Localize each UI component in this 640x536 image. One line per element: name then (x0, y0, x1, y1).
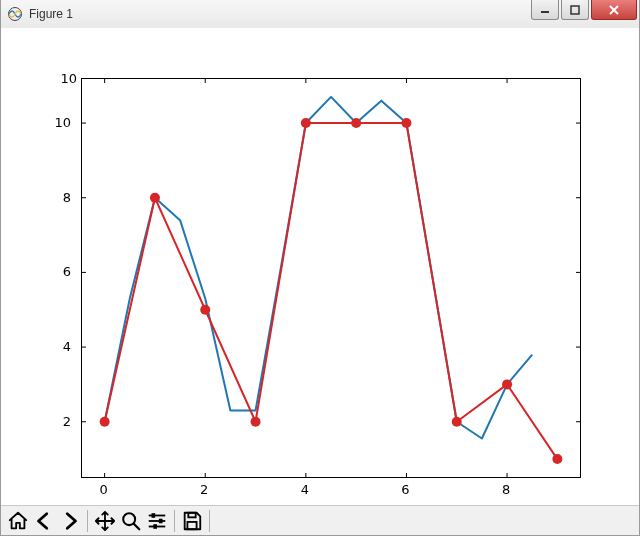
ytick-label: 6 (63, 264, 71, 279)
series-line (105, 123, 558, 459)
app-icon (7, 6, 23, 22)
series-marker (100, 417, 110, 427)
home-button[interactable] (5, 508, 31, 534)
axes (81, 78, 581, 478)
series-line (105, 97, 533, 439)
ytick-label: 8 (63, 189, 71, 204)
minimize-button[interactable] (531, 0, 559, 20)
series-marker (150, 193, 160, 203)
xtick-label: 2 (200, 482, 208, 497)
configure-button[interactable] (144, 508, 170, 534)
close-button[interactable] (591, 0, 637, 20)
xtick-label: 0 (99, 482, 107, 497)
save-button[interactable] (179, 508, 205, 534)
titlebar[interactable]: Figure 1 (1, 0, 639, 29)
arrow-left-icon (33, 510, 55, 532)
zoom-icon (120, 510, 142, 532)
svg-rect-34 (187, 521, 196, 528)
maximize-button[interactable] (561, 0, 589, 20)
window-title: Figure 1 (29, 7, 73, 21)
zoom-button[interactable] (118, 508, 144, 534)
svg-line-26 (134, 523, 140, 529)
move-icon (94, 510, 116, 532)
toolbar-separator (174, 510, 175, 532)
nav-toolbar (1, 505, 639, 535)
xtick-label: 6 (401, 482, 409, 497)
forward-button[interactable] (57, 508, 83, 534)
window-controls (531, 0, 639, 22)
svg-rect-2 (571, 6, 579, 14)
svg-rect-31 (159, 518, 163, 523)
svg-rect-30 (152, 513, 156, 518)
xtick-label: 8 (502, 482, 510, 497)
series-marker (401, 118, 411, 128)
ytick-label: 10 (54, 115, 71, 130)
series-marker (351, 118, 361, 128)
series-marker (502, 379, 512, 389)
series-marker (452, 417, 462, 427)
svg-rect-32 (153, 524, 157, 529)
ytick-label: 4 (63, 339, 71, 354)
series-marker (200, 305, 210, 315)
toolbar-separator (209, 510, 210, 532)
sliders-icon (146, 510, 168, 532)
save-icon (181, 510, 203, 532)
xtick-label: 4 (301, 482, 309, 497)
arrow-right-icon (59, 510, 81, 532)
ytick-label: 2 (63, 413, 71, 428)
back-button[interactable] (31, 508, 57, 534)
home-icon (7, 510, 29, 532)
toolbar-separator (87, 510, 88, 532)
series-marker (301, 118, 311, 128)
svg-rect-33 (188, 512, 195, 517)
pan-button[interactable] (92, 508, 118, 534)
series-marker (251, 417, 261, 427)
series-marker (552, 454, 562, 464)
window-frame: Figure 1 10 (0, 0, 640, 536)
figure-canvas[interactable]: 10 24681002468 (1, 28, 639, 505)
ytick-label: 10 (47, 71, 77, 86)
